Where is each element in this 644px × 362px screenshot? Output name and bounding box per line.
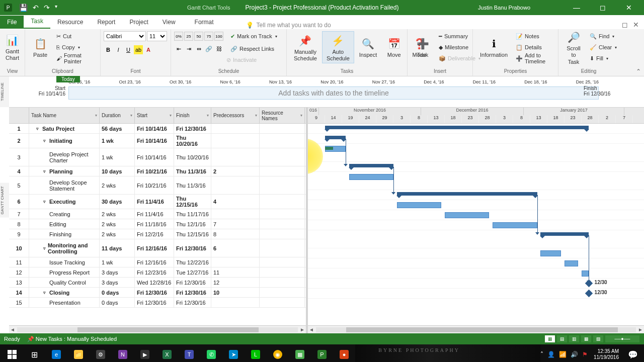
table-row[interactable]: 9Finishing2 wksFri 12/2/16Thu 12/15/168 bbox=[9, 229, 306, 239]
outline-toggle-icon[interactable]: ▿ bbox=[43, 246, 47, 251]
task-tab[interactable]: Task bbox=[24, 15, 50, 29]
table-horizontal-scrollbar[interactable]: ◄ ► bbox=[9, 325, 306, 333]
cell-task-name[interactable]: ▿Closing bbox=[29, 288, 100, 297]
tray-shield-icon[interactable]: ⚑ bbox=[582, 351, 588, 358]
gantt-row[interactable] bbox=[308, 162, 644, 172]
cell-start[interactable]: Fri 11/4/16 bbox=[135, 209, 174, 219]
save-icon[interactable]: 💾 bbox=[19, 4, 28, 12]
cell-finish[interactable]: Thu 12/15/16 bbox=[174, 229, 211, 239]
gantt-task-bar[interactable] bbox=[397, 202, 441, 208]
gantt-row[interactable]: 12/30 bbox=[308, 279, 644, 289]
table-row[interactable]: 7Creating2 wksFri 11/4/16Thu 11/17/16 bbox=[9, 209, 306, 219]
row-number[interactable]: 2 bbox=[9, 134, 29, 148]
gantt-row[interactable] bbox=[308, 190, 644, 200]
auto-schedule-button[interactable]: ⚡Auto Schedule bbox=[322, 31, 354, 63]
view-team-planner-button[interactable]: ▥ bbox=[569, 335, 580, 343]
cell-predecessors[interactable]: 11 bbox=[211, 267, 260, 277]
cell-start[interactable]: Fri 12/30/16 bbox=[135, 288, 174, 297]
cell-start[interactable]: Fri 12/16/16 bbox=[135, 257, 174, 267]
cell-finish[interactable]: Tue 12/27/16 bbox=[174, 267, 211, 277]
excel-icon[interactable]: X bbox=[156, 344, 178, 362]
outline-toggle-icon[interactable]: ▿ bbox=[43, 290, 48, 295]
scroll-thumb[interactable] bbox=[77, 327, 259, 332]
gantt-task-bar[interactable] bbox=[540, 250, 561, 256]
gantt-summary-bar[interactable] bbox=[349, 164, 393, 167]
file-explorer-icon[interactable]: 📁 bbox=[67, 344, 90, 362]
table-row[interactable]: 8Editing2 wksFri 11/18/16Thu 12/1/167 bbox=[9, 219, 306, 229]
cell-task-name[interactable]: Finishing bbox=[29, 229, 100, 239]
gantt-summary-bar[interactable] bbox=[540, 232, 588, 236]
cell-task-name[interactable]: Develop Project Charter bbox=[29, 148, 100, 166]
taskbar-clock[interactable]: 12:35 AM 11/19/2016 bbox=[590, 348, 623, 360]
cell-resource[interactable] bbox=[260, 257, 305, 267]
cell-finish[interactable]: Thu 11/3/16 bbox=[174, 166, 211, 176]
cell-duration[interactable]: 1 wk bbox=[100, 257, 135, 267]
cell-predecessors[interactable]: 12 bbox=[211, 278, 260, 287]
row-number[interactable]: 11 bbox=[9, 257, 29, 267]
outline-toggle-icon[interactable]: ▿ bbox=[43, 169, 48, 174]
cell-task-name[interactable]: Quality Control bbox=[29, 278, 100, 287]
signed-in-user[interactable]: Justin Banu Prabowo bbox=[478, 5, 530, 11]
outline-toggle-icon[interactable]: ▿ bbox=[36, 126, 41, 131]
cell-task-name[interactable]: ▿Executing bbox=[29, 195, 100, 209]
cell-task-name[interactable]: Progress Report bbox=[29, 267, 100, 277]
split-task-button[interactable]: ⇔ bbox=[194, 44, 203, 53]
col-task-name[interactable]: Task Name▾ bbox=[29, 108, 100, 123]
cell-task-name[interactable]: Issue Tracking bbox=[29, 257, 100, 267]
table-row[interactable]: 10▿Monitoring and Controlling11 daysFri … bbox=[9, 239, 306, 257]
table-row[interactable]: 12Progress Report3 daysFri 12/23/16Tue 1… bbox=[9, 267, 306, 278]
dropdown-icon[interactable]: ▾ bbox=[207, 113, 209, 118]
cell-finish[interactable]: Thu 11/17/16 bbox=[174, 209, 211, 219]
tray-wifi-icon[interactable]: 📶 bbox=[559, 351, 567, 358]
cell-resource[interactable] bbox=[260, 278, 305, 287]
cell-task-name[interactable]: ▿Planning bbox=[29, 166, 100, 176]
minimize-button[interactable]: — bbox=[567, 0, 587, 15]
view-task-usage-button[interactable]: ▤ bbox=[556, 335, 568, 343]
cell-predecessors[interactable]: 7 bbox=[211, 219, 260, 229]
start-button[interactable] bbox=[1, 344, 23, 362]
ribbon-close-icon[interactable]: ✕ bbox=[633, 21, 639, 29]
cell-start[interactable]: Fri 12/30/16 bbox=[135, 298, 174, 307]
cell-start[interactable]: Fri 10/14/16 bbox=[135, 124, 174, 133]
tray-people-icon[interactable]: 👤 bbox=[547, 351, 555, 358]
percent-0-button[interactable]: 0% bbox=[174, 32, 183, 41]
inactivate-button[interactable]: ⊘Inactivate bbox=[225, 55, 258, 65]
italic-button[interactable]: I bbox=[114, 45, 123, 54]
fill-button[interactable]: ⬇Fill▾ bbox=[589, 53, 618, 63]
gantt-row[interactable] bbox=[308, 144, 644, 162]
copy-button[interactable]: ⎘Copy▾ bbox=[55, 42, 97, 52]
report-tab[interactable]: Report bbox=[90, 16, 122, 29]
telegram-icon[interactable]: ➤ bbox=[222, 344, 245, 362]
close-button[interactable]: ✕ bbox=[619, 0, 639, 15]
cell-finish[interactable]: Thu 10/20/16 bbox=[174, 134, 211, 148]
row-number[interactable]: 1 bbox=[9, 124, 29, 133]
dropdown-icon[interactable]: ▾ bbox=[300, 113, 302, 118]
outline-toggle-icon[interactable]: ▿ bbox=[43, 138, 48, 143]
task-insert-button[interactable]: ➕Task bbox=[411, 35, 435, 59]
row-number[interactable]: 4 bbox=[9, 166, 29, 176]
cell-duration[interactable]: 3 days bbox=[100, 267, 135, 277]
add-to-timeline-button[interactable]: ➕Add to Timeline bbox=[515, 53, 555, 63]
cell-resource[interactable] bbox=[260, 134, 305, 148]
gantt-row[interactable]: 12/30 bbox=[308, 289, 644, 299]
manually-schedule-button[interactable]: 📌Manually Schedule bbox=[290, 32, 321, 63]
cell-finish[interactable]: Fri 12/30/16 bbox=[174, 239, 211, 257]
cell-finish[interactable]: Thu 12/1/16 bbox=[174, 219, 211, 229]
cell-duration[interactable]: 0 days bbox=[100, 298, 135, 307]
gantt-body[interactable]: 12/3012/30 bbox=[308, 124, 644, 325]
cell-task-name[interactable]: Creating bbox=[29, 209, 100, 219]
view-report-button[interactable]: ▧ bbox=[593, 335, 604, 343]
tray-volume-icon[interactable]: 🔊 bbox=[571, 351, 578, 358]
gantt-row[interactable] bbox=[308, 230, 644, 248]
cell-predecessors[interactable]: 2 bbox=[211, 166, 260, 176]
cell-task-name[interactable]: Develop Scope Statement bbox=[29, 176, 100, 194]
gantt-task-bar[interactable] bbox=[445, 212, 489, 218]
cell-predecessors[interactable] bbox=[211, 148, 260, 166]
row-number[interactable]: 9 bbox=[9, 229, 29, 239]
cell-resource[interactable] bbox=[260, 209, 305, 219]
cell-resource[interactable] bbox=[260, 239, 305, 257]
details-button[interactable]: 📋Details bbox=[515, 42, 555, 52]
cell-finish[interactable]: Fri 12/30/16 bbox=[174, 288, 211, 297]
undo-icon[interactable]: ↶ bbox=[33, 4, 39, 12]
cell-finish[interactable]: Thu 11/3/16 bbox=[174, 176, 211, 194]
